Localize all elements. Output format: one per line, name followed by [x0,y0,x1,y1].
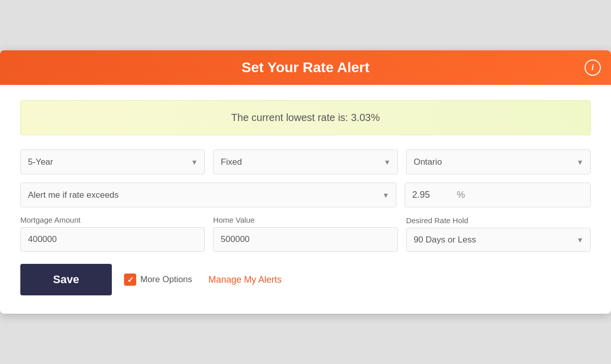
selectors-row: 5-Year 1-Year 2-Year 3-Year 4-Year 7-Yea… [20,149,591,174]
more-options-wrapper: More Options [124,274,192,286]
save-button[interactable]: Save [20,264,112,295]
rate-hold-select-wrapper: 30 Days or Less 60 Days or Less 90 Days … [406,228,591,252]
type-select-wrapper: Fixed Variable ▼ [213,149,398,174]
province-select[interactable]: Ontario Alberta British Columbia Manitob… [406,149,591,174]
fields-section: Mortgage Amount Home Value Desired Rate … [20,216,591,252]
home-value-group: Home Value [213,216,398,252]
manage-alerts-link[interactable]: Manage My Alerts [208,275,282,285]
more-options-checkbox[interactable] [124,274,136,286]
rate-value-input[interactable] [412,190,453,200]
rate-alert-card: Set Your Rate Alert i The current lowest… [0,50,611,314]
province-select-wrapper: Ontario Alberta British Columbia Manitob… [406,149,591,174]
rate-hold-group: Desired Rate Hold 30 Days or Less 60 Day… [406,216,591,252]
rate-hold-select[interactable]: 30 Days or Less 60 Days or Less 90 Days … [406,228,591,252]
mortgage-amount-input[interactable] [20,227,205,252]
percent-label: % [457,190,465,200]
body: The current lowest rate is: 3.03% 5-Year… [0,85,611,314]
actions-row: Save More Options Manage My Alerts [20,264,591,295]
type-select[interactable]: Fixed Variable [213,149,398,174]
page-title: Set Your Rate Alert [241,59,370,76]
info-icon[interactable]: i [585,59,601,76]
rate-input-wrapper: % [405,183,591,207]
home-value-input[interactable] [213,227,398,252]
alert-condition-select[interactable]: Alert me if rate exceeds Alert me if rat… [20,183,396,207]
alert-condition-wrapper: Alert me if rate exceeds Alert me if rat… [20,183,396,207]
rate-banner: The current lowest rate is: 3.03% [20,100,591,135]
term-select[interactable]: 5-Year 1-Year 2-Year 3-Year 4-Year 7-Yea… [20,149,205,174]
term-select-wrapper: 5-Year 1-Year 2-Year 3-Year 4-Year 7-Yea… [20,149,205,174]
more-options-label: More Options [140,275,192,285]
mortgage-amount-label: Mortgage Amount [20,216,205,224]
home-value-label: Home Value [213,216,398,224]
mortgage-amount-group: Mortgage Amount [20,216,205,252]
alert-row: Alert me if rate exceeds Alert me if rat… [20,183,591,207]
rate-hold-label: Desired Rate Hold [406,216,591,225]
fields-row: Mortgage Amount Home Value Desired Rate … [20,216,591,252]
header: Set Your Rate Alert i [0,50,611,85]
